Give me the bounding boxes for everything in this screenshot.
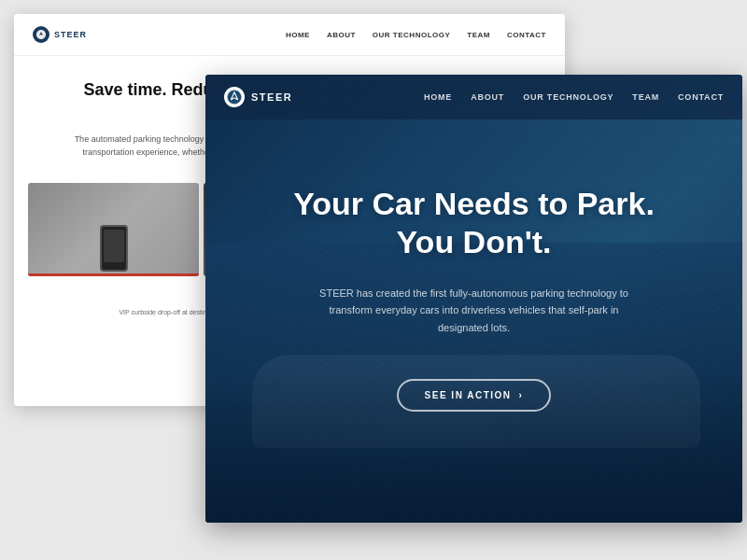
back-nav-links: HOME ABOUT OUR TECHNOLOGY TEAM CONTACT <box>286 31 546 39</box>
front-browser-window: STEER HOME ABOUT OUR TECHNOLOGY TEAM CON… <box>205 75 742 523</box>
front-hero-section: Your Car Needs to Park. You Don't. STEER… <box>205 119 742 449</box>
front-nav-team[interactable]: TEAM <box>632 92 659 102</box>
front-logo-icon <box>224 87 245 107</box>
back-nav-team[interactable]: TEAM <box>467 31 490 39</box>
phone-icon <box>100 225 128 272</box>
front-logo: STEER <box>224 87 292 107</box>
front-cta-button[interactable]: SEE IN ACTION › <box>397 379 552 412</box>
back-logo: STEER <box>33 26 87 43</box>
front-hero-title-line2: You Don't. <box>396 224 551 259</box>
front-hero-title-line1: Your Car Needs to Park. <box>293 186 655 221</box>
front-navbar: STEER HOME ABOUT OUR TECHNOLOGY TEAM CON… <box>205 75 742 119</box>
back-logo-text: STEER <box>54 30 87 39</box>
back-nav-contact[interactable]: CONTACT <box>507 31 546 39</box>
front-hero-title: Your Car Needs to Park. You Don't. <box>252 185 696 261</box>
back-nav-about[interactable]: ABOUT <box>327 31 356 39</box>
front-nav-contact[interactable]: CONTACT <box>678 92 724 102</box>
back-logo-icon <box>33 26 49 43</box>
front-logo-text: STEER <box>251 91 292 103</box>
red-accent-bar <box>28 273 199 276</box>
back-nav-home[interactable]: HOME <box>286 31 310 39</box>
front-cta-arrow: › <box>519 390 524 400</box>
back-navbar: STEER HOME ABOUT OUR TECHNOLOGY TEAM CON… <box>14 14 565 56</box>
front-nav-home[interactable]: HOME <box>424 92 452 102</box>
front-nav-technology[interactable]: OUR TECHNOLOGY <box>523 92 613 102</box>
back-image-phone <box>28 183 199 276</box>
front-nav-about[interactable]: ABOUT <box>471 92 504 102</box>
front-nav-links: HOME ABOUT OUR TECHNOLOGY TEAM CONTACT <box>424 92 724 102</box>
front-cta-label: SEE IN ACTION <box>425 390 512 400</box>
front-hero-description: STEER has created the first fully-autono… <box>316 285 633 337</box>
back-nav-technology[interactable]: OUR TECHNOLOGY <box>373 31 450 39</box>
